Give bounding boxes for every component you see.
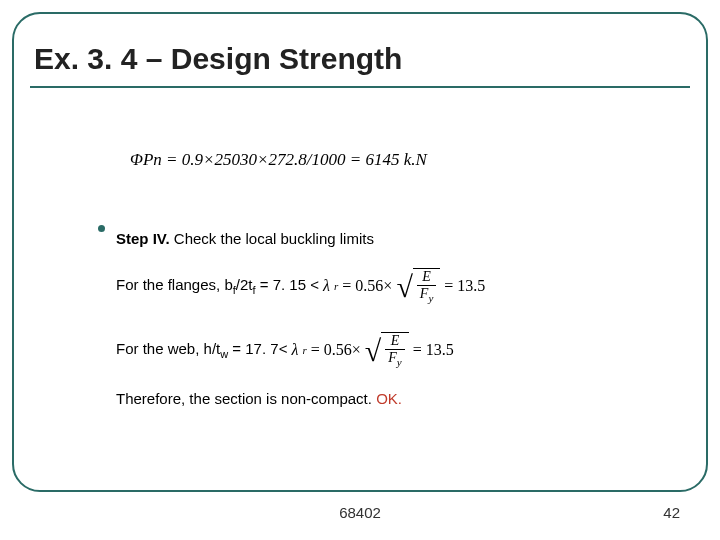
flange-formula: λr = 0.56× √ E Fy = 13.5: [323, 268, 485, 304]
step-label: Step IV.: [116, 230, 170, 247]
flange-result: = 13.5: [444, 277, 485, 295]
fraction-web: E Fy: [381, 332, 408, 368]
frac-num-web: E: [389, 334, 402, 349]
step-text: Check the local buckling limits: [170, 230, 374, 247]
lambda-sub: r: [334, 280, 338, 292]
fy-sym-web: F: [388, 350, 397, 365]
flange-prefix: For the flanges, b: [116, 276, 233, 293]
web-mid: = 17. 7<: [228, 340, 291, 357]
sqrt-icon: √ E Fy: [396, 268, 440, 304]
page-number: 42: [663, 504, 680, 521]
step-heading: Step IV. Check the local buckling limits: [116, 230, 374, 247]
web-sub-w: w: [220, 348, 228, 360]
flange-mid1: /2t: [236, 276, 253, 293]
web-formula: λr = 0.56× √ E Fy = 13.5: [292, 332, 454, 368]
radical-icon: √: [396, 269, 412, 305]
web-result: = 13.5: [413, 341, 454, 359]
lambda-symbol-web: λ: [292, 341, 299, 359]
web-check-line: For the web, h/tw = 17. 7< λr = 0.56× √ …: [116, 332, 454, 368]
fraction: E Fy: [413, 268, 440, 304]
flange-eqpart: = 0.56×: [342, 277, 392, 295]
web-prefix: For the web, h/t: [116, 340, 220, 357]
therefore-text: Therefore, the section is non-compact.: [116, 390, 376, 407]
conclusion-line: Therefore, the section is non-compact. O…: [116, 390, 402, 407]
lambda-sub-web: r: [303, 344, 307, 356]
flange-check-line: For the flanges, bf/2tf = 7. 15 < λr = 0…: [116, 268, 485, 304]
ok-text: OK.: [376, 390, 402, 407]
bullet-icon: [98, 225, 105, 232]
frac-num: E: [420, 270, 433, 285]
slide-title: Ex. 3. 4 – Design Strength: [34, 42, 402, 76]
radical-icon-web: √: [365, 333, 381, 369]
web-eqpart: = 0.56×: [311, 341, 361, 359]
fy-sub: y: [428, 292, 433, 304]
frac-den-web: Fy: [385, 349, 404, 368]
frac-den: Fy: [417, 285, 436, 304]
flange-mid2: = 7. 15 <: [256, 276, 324, 293]
lambda-symbol: λ: [323, 277, 330, 295]
footer-code: 68402: [0, 504, 720, 521]
fy-sub-web: y: [397, 356, 402, 368]
slide-frame: [12, 12, 708, 492]
equation-pn: ΦPn = 0.9×25030×272.8/1000 = 6145 k.N: [130, 150, 427, 170]
title-rule: [30, 86, 690, 88]
sqrt-icon-web: √ E Fy: [365, 332, 409, 368]
